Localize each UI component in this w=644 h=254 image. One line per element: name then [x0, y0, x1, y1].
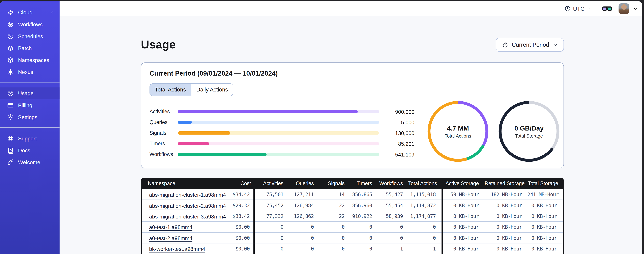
cell-queries: 126,984 — [287, 202, 318, 208]
cell-cost: $29.32 — [211, 200, 254, 211]
cell-workflows: 58,939 — [376, 214, 407, 219]
namespace-cell: abs-migration-cluster-3.a98mm4 — [142, 212, 211, 220]
cell-signals: 0 — [318, 246, 348, 252]
bar-label: Timers — [150, 141, 178, 146]
sidebar-item-workflows[interactable]: Workflows — [0, 18, 60, 30]
sidebar-item-billing[interactable]: Billing — [0, 99, 60, 111]
table-row: bk-worker-test.a98mm4$0.000000110 KB-Hou… — [142, 244, 563, 254]
bar-label: Queries — [150, 120, 178, 125]
bar-value: 85,201 — [379, 140, 414, 147]
cell-total-storage: 0 KB-Hour — [527, 214, 563, 219]
cell-activities: 0 — [254, 246, 287, 252]
chevron-down-icon[interactable] — [632, 5, 638, 12]
period-select-button[interactable]: Current Period — [496, 38, 564, 52]
cell-active-storage: 0 KB-Hour — [443, 246, 484, 252]
cell-workflows: 55,454 — [376, 202, 407, 208]
namespace-link[interactable]: a0-test-1.a98mm4 — [149, 224, 192, 230]
column-header-total-storage: Total Storage — [527, 180, 564, 186]
cell-activities: 75,501 — [254, 192, 287, 198]
cell-total-storage: 0 KB-Hour — [527, 202, 563, 208]
cell-timers: 856,960 — [348, 202, 376, 208]
bar-track — [178, 153, 379, 156]
cell-activities: 0 — [254, 235, 287, 241]
cell-signals: 0 — [318, 224, 348, 230]
tab-daily-actions[interactable]: Daily Actions — [191, 84, 233, 96]
cloud-logo-icon — [7, 9, 14, 16]
bar-row-workflows: Workflows541,109 — [150, 149, 414, 160]
cell-retained-storage: 0 KB-Hour — [484, 214, 527, 219]
cell-queries: 126,862 — [287, 214, 318, 219]
sidebar-item-label: Schedules — [18, 33, 43, 39]
cell-total-actions: 1,174,077 — [407, 211, 443, 222]
cell-signals: 22 — [318, 214, 348, 219]
sidebar-item-schedules[interactable]: Schedules — [0, 30, 60, 42]
timezone-label: UTC — [573, 6, 584, 12]
sidebar-item-label: Usage — [18, 90, 34, 96]
user-avatar[interactable] — [618, 3, 629, 14]
total-actions-donut: 4.7 MM Total Actions — [428, 101, 488, 162]
schedules-icon — [7, 33, 14, 40]
cell-active-storage: 0 KB-Hour — [443, 202, 484, 208]
sidebar-header[interactable]: Cloud — [0, 6, 60, 18]
cell-activities: 0 — [254, 224, 287, 230]
total-storage-donut: 0 GB/Day Total Storage — [499, 101, 560, 162]
bar-track — [178, 121, 379, 124]
sidebar-item-welcome[interactable]: Welcome — [0, 156, 60, 168]
sidebar-item-nexus[interactable]: Nexus — [0, 66, 60, 78]
donut-total-storage-label: Total Storage — [515, 133, 543, 138]
cell-retained-storage: 182 MB-Hour — [484, 192, 527, 198]
page-title: Usage — [141, 38, 176, 51]
sidebar-item-usage[interactable]: Usage — [0, 88, 60, 99]
cell-retained-storage: 0 KB-Hour — [484, 202, 527, 208]
docs-icon — [7, 147, 14, 154]
namespace-link[interactable]: bk-worker-test.a98mm4 — [149, 246, 205, 252]
3d-glasses-icon[interactable] — [602, 5, 612, 12]
column-header-cost: Cost — [211, 180, 254, 186]
bar-value: 541,109 — [379, 151, 414, 158]
bar-fill — [178, 153, 266, 156]
cell-total-actions: 1,115,018 — [407, 189, 443, 200]
cell-signals: 22 — [318, 202, 348, 208]
billing-icon — [7, 102, 14, 109]
cell-active-storage: 0 KB-Hour — [443, 224, 484, 230]
actions-tab-group: Total Actions Daily Actions — [150, 83, 233, 96]
cell-total-actions: 1 — [407, 244, 443, 254]
tab-total-actions[interactable]: Total Actions — [150, 84, 191, 96]
namespace-link[interactable]: a0-test-2.a98mm4 — [149, 235, 192, 241]
column-header-activities: Activities — [254, 180, 287, 186]
cell-signals: 0 — [318, 235, 348, 241]
table-row: a0-test-2.a98mm4$0.000000000 KB-Hour0 KB… — [142, 232, 563, 244]
cell-timers: 0 — [348, 224, 376, 230]
cell-queries: 0 — [287, 224, 318, 230]
chevron-left-icon[interactable] — [49, 9, 55, 16]
sidebar-item-settings[interactable]: Settings — [0, 111, 60, 123]
sidebar-item-namespaces[interactable]: Namespaces — [0, 54, 60, 66]
sidebar-divider — [0, 127, 60, 128]
cell-workflows: 0 — [376, 224, 407, 230]
timezone-selector[interactable]: UTC — [564, 5, 591, 12]
cell-timers: 856,865 — [348, 192, 376, 198]
sidebar-item-batch[interactable]: Batch — [0, 42, 60, 54]
table-row: abs-migration-cluster-3.a98mm4$38.4277,3… — [142, 211, 563, 222]
donut-total-actions-label: Total Actions — [445, 133, 471, 138]
bar-value: 130,000 — [379, 130, 414, 136]
bar-row-timers: Timers85,201 — [150, 138, 414, 149]
sidebar-item-label: Nexus — [18, 69, 33, 75]
sidebar-item-label: Docs — [18, 148, 30, 154]
cell-workflows: 1 — [376, 246, 407, 252]
content-area: Usage Current Period Current Period (09/… — [60, 16, 642, 254]
chevron-down-icon — [552, 41, 558, 48]
sidebar-item-support[interactable]: Support — [0, 132, 60, 144]
cell-active-storage: 0 KB-Hour — [443, 235, 484, 241]
settings-icon — [7, 114, 14, 121]
sidebar-item-docs[interactable]: Docs — [0, 144, 60, 156]
cell-retained-storage: 0 KB-Hour — [484, 224, 527, 230]
cell-cost: $0.00 — [211, 222, 254, 233]
cell-active-storage: 59 MB-Hour — [443, 192, 484, 198]
donut-total-actions-value: 4.7 MM — [447, 125, 469, 132]
usage-icon — [7, 90, 14, 97]
cell-active-storage: 0 KB-Hour — [443, 214, 484, 219]
cell-timers: 0 — [348, 235, 376, 241]
desktop-backdrop: Cloud WorkflowsSchedulesBatchNamespacesN… — [0, 0, 644, 254]
cell-signals: 14 — [318, 192, 348, 198]
